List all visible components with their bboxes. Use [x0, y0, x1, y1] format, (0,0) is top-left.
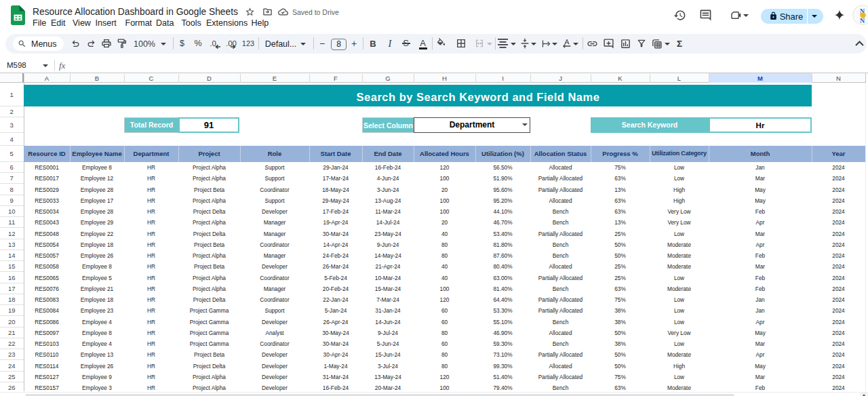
svg-text:N: N	[860, 17, 865, 24]
